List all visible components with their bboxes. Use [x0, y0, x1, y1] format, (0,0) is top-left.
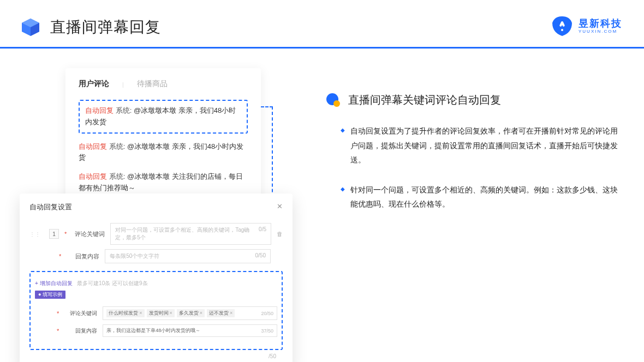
example-tag: ● 填写示例	[35, 291, 65, 299]
brand: 昱新科技 YUUXIN.COM	[551, 15, 622, 37]
required-dot: *	[59, 253, 61, 260]
outer-count: /50	[29, 350, 283, 359]
page-title: 直播间弹幕回复	[50, 17, 161, 38]
bullet-item: 针对同一个问题，可设置多个相近的、高频的关键词。例如：这款多少钱、这块能优惠吗、…	[341, 183, 624, 212]
brand-sub: YUUXIN.COM	[579, 29, 622, 34]
drag-handle-icon[interactable]: ⋮⋮	[29, 231, 40, 237]
subtitle: 直播间弹幕关键词评论自动回复	[348, 93, 501, 107]
placeholder: 对同一个问题，可设置多个相近、高频的关键词，Tag确定，最多5个	[115, 226, 259, 242]
placeholder: 每条限50个中文字符	[110, 252, 159, 260]
char-count: 0/50	[255, 252, 266, 260]
required-dot: *	[57, 328, 59, 334]
token-remove-icon[interactable]: ×	[170, 310, 172, 316]
tab-products[interactable]: 待播商品	[137, 79, 168, 90]
auto-reply-tag: 自动回复	[79, 172, 107, 180]
token-remove-icon[interactable]: ×	[200, 310, 202, 316]
token: 还不发货×	[207, 309, 235, 317]
ex-content-label: 回复内容	[64, 327, 97, 335]
settings-title: 自动回复设置	[29, 202, 72, 212]
system-label: 系统:	[109, 172, 126, 180]
content-input[interactable]: 每条限50个中文字符 0/50	[105, 249, 271, 263]
token-remove-icon[interactable]: ×	[139, 310, 142, 316]
comment-row: 自动回复 系统: @冰墩墩本墩 关注我们的店铺，每日都有热门推荐呦～	[79, 171, 248, 194]
char-count: 37/50	[261, 328, 273, 334]
bullet-list: 自动回复设置为了提升作者的评论回复效率，作者可在开播前针对常见的评论用户问题，提…	[325, 124, 624, 212]
subtitle-icon	[325, 92, 341, 107]
brand-icon	[551, 15, 573, 37]
ex-keyword-label: 评论关键词	[64, 310, 97, 317]
bullet-item: 自动回复设置为了提升作者的评论回复效率，作者可在开播前针对常见的评论用户问题，提…	[341, 124, 624, 167]
cube-icon	[20, 16, 41, 38]
required-dot: *	[57, 310, 59, 317]
add-auto-reply-link[interactable]: + 增加自动回复	[35, 280, 73, 286]
content-label: 回复内容	[67, 252, 99, 261]
ex-content-value: 亲，我们这边都是下单48小时内发货的哦～	[106, 327, 200, 334]
comment-row-highlighted: 自动回复 系统: @冰墩墩本墩 亲亲，我们48小时内发货	[79, 100, 248, 134]
token: 什么时候发货×	[106, 309, 144, 317]
brand-name: 昱新科技	[579, 19, 622, 28]
comment-row: 自动回复 系统: @冰墩墩本墩 亲亲，我们48小时内发货	[79, 141, 248, 164]
example-block: + 增加自动回复 最多可建10条 还可以创建9条 ● 填写示例 * 评论关键词 …	[29, 271, 283, 350]
system-label: 系统:	[116, 106, 132, 114]
token-remove-icon[interactable]: ×	[230, 310, 232, 316]
system-label: 系统:	[109, 142, 126, 150]
right-column: 直播间弹幕关键词评论自动回复 自动回复设置为了提升作者的评论回复效率，作者可在开…	[325, 68, 624, 227]
ex-keyword-input[interactable]: 什么时候发货× 发货时间× 多久发货× 还不发货× 20/50	[103, 306, 277, 320]
trash-icon[interactable]: 🗑	[277, 231, 283, 237]
auto-reply-tag: 自动回复	[85, 106, 114, 114]
ex-content-input[interactable]: 亲，我们这边都是下单48小时内发货的哦～ 37/50	[103, 324, 277, 337]
connector-line	[261, 106, 273, 107]
close-icon[interactable]: ✕	[277, 202, 283, 212]
add-hint: 最多可建10条 还可以创建9条	[77, 280, 147, 286]
settings-modal: 自动回复设置 ✕ ⋮⋮ 1 * 评论关键词 对同一个问题，可设置多个相近、高频的…	[20, 194, 293, 362]
svg-point-7	[333, 100, 340, 107]
tab-user-comments[interactable]: 用户评论	[79, 79, 109, 90]
char-count: 0/5	[259, 226, 266, 242]
divider: |	[122, 82, 124, 88]
index-badge: 1	[49, 229, 59, 239]
left-column: 用户评论 | 待播商品 自动回复 系统: @冰墩墩本墩 亲亲，我们48小时内发货…	[20, 68, 293, 227]
svg-point-5	[561, 29, 563, 31]
token: 发货时间×	[147, 309, 175, 317]
keyword-input[interactable]: 对同一个问题，可设置多个相近、高频的关键词，Tag确定，最多5个 0/5	[110, 223, 271, 245]
keyword-label: 评论关键词	[72, 230, 105, 238]
auto-reply-tag: 自动回复	[79, 142, 107, 150]
tabs: 用户评论 | 待播商品	[79, 79, 248, 90]
header: 直播间弹幕回复	[0, 0, 644, 49]
token: 多久发货×	[177, 309, 205, 317]
required-dot: *	[64, 231, 67, 237]
char-count: 20/50	[261, 311, 273, 316]
